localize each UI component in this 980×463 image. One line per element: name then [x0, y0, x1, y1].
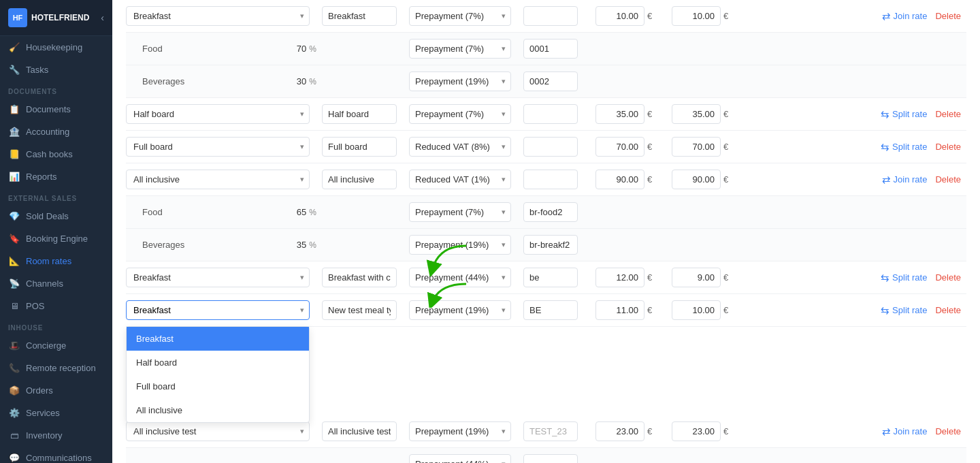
name-input[interactable] [322, 268, 397, 287]
vat-select[interactable]: Prepayment (19%) [409, 235, 511, 255]
vat-select[interactable]: Prepayment (7%) [409, 202, 511, 222]
delete-button[interactable]: Delete [935, 142, 961, 152]
price2-input[interactable] [672, 104, 721, 124]
vat-select[interactable]: Prepayment (44%) [409, 268, 511, 287]
sub-label: Food [142, 207, 163, 217]
vat-select[interactable]: Prepayment (7%) [409, 39, 511, 59]
dropdown-item-halfboard[interactable]: Half board [127, 351, 309, 374]
vat-select[interactable]: Prepayment (19%) [409, 300, 511, 320]
sidebar-item-communications[interactable]: 💬Communications [0, 447, 112, 463]
split-rate-button[interactable]: ⇆ Split rate [881, 141, 927, 153]
code-input[interactable] [523, 454, 578, 463]
code-input[interactable] [523, 170, 578, 189]
vat-select[interactable]: Prepayment (7%) [409, 104, 511, 124]
sidebar-item-concierge[interactable]: 🎩Concierge [0, 334, 112, 357]
sidebar-item-room-rates[interactable]: 📐Room rates [0, 250, 112, 272]
meal-type-select[interactable]: All inclusive testBreakfastHalf boardFul… [126, 421, 310, 441]
sidebar-item-remote-reception[interactable]: 📞Remote reception [0, 357, 112, 379]
sidebar-item-services[interactable]: ⚙️Services [0, 402, 112, 424]
meal-type-select[interactable]: BreakfastHalf boardFull boardAll inclusi… [126, 6, 310, 26]
meal-type-select[interactable]: Half boardBreakfastFull boardAll inclusi… [126, 104, 310, 124]
name-input[interactable] [322, 104, 397, 124]
sidebar-collapse-button[interactable]: ‹ [101, 12, 104, 23]
sub-meal-col: Food 70 % [126, 44, 316, 54]
vat-select[interactable]: Prepayment (19%) [409, 71, 511, 91]
meal-type-select[interactable]: BreakfastHalf boardFull boardAll inclusi… [126, 268, 310, 287]
delete-button[interactable]: Delete [935, 109, 961, 119]
code-input[interactable] [523, 300, 578, 320]
code-input[interactable] [523, 104, 578, 124]
price2-input[interactable] [672, 6, 721, 26]
sidebar-item-orders[interactable]: 📦Orders [0, 379, 112, 402]
vat-select-wrapper: Reduced VAT (1%) ▾ [409, 170, 511, 189]
code-input[interactable] [523, 202, 578, 222]
sidebar-item-housekeeping[interactable]: 🧹Housekeeping [0, 36, 112, 59]
price1-input[interactable] [595, 6, 644, 26]
delete-button[interactable]: Delete [935, 305, 961, 315]
sidebar-item-cash-books[interactable]: 📒Cash books [0, 143, 112, 165]
price2-input[interactable] [672, 170, 721, 189]
code-input[interactable] [523, 137, 578, 157]
split-rate-button[interactable]: ⇆ Split rate [881, 304, 927, 317]
delete-button[interactable]: Delete [935, 272, 961, 283]
code-input[interactable] [523, 421, 578, 441]
sidebar-item-booking-engine[interactable]: 🔖Booking Engine [0, 227, 112, 250]
delete-button[interactable]: Delete [935, 11, 961, 21]
dropdown-item-fullboard[interactable]: Full board [127, 374, 309, 398]
vat-select[interactable]: Prepayment (19%) [409, 421, 511, 441]
meal-type-select[interactable]: Full boardBreakfastHalf boardAll inclusi… [126, 137, 310, 157]
code-input[interactable] [523, 71, 578, 91]
split-rate-button[interactable]: ⇆ Split rate [881, 108, 927, 121]
price1-input[interactable] [595, 300, 644, 320]
join-rate-button[interactable]: ⇄ Join rate [882, 174, 928, 186]
name-input[interactable] [322, 300, 397, 320]
join-rate-button[interactable]: ⇄ Join rate [882, 10, 928, 22]
code-input[interactable] [523, 268, 578, 287]
price1-input[interactable] [595, 421, 644, 441]
code-input[interactable] [523, 235, 578, 255]
logo-text: HOTELFRIEND [31, 13, 89, 22]
code-col [523, 202, 585, 222]
sidebar-item-pos[interactable]: 🖥POS [0, 295, 112, 317]
sidebar-item-tasks[interactable]: 🔧Tasks [0, 59, 112, 81]
delete-button[interactable]: Delete [935, 174, 961, 185]
sidebar-item-documents[interactable]: 📋Documents [0, 98, 112, 121]
actions-col: ⇆ Split rate Delete [737, 108, 966, 121]
price1-input[interactable] [595, 268, 644, 287]
vat-select[interactable]: Reduced VAT (1%) [409, 170, 511, 189]
room-rates-icon: 📐 [8, 256, 20, 266]
dropdown-item-breakfast[interactable]: Breakfast [127, 327, 309, 351]
join-rate-button[interactable]: ⇄ Join rate [882, 426, 928, 438]
delete-button[interactable]: Delete [935, 426, 961, 436]
price1-input[interactable] [595, 170, 644, 189]
sidebar-item-inventory[interactable]: 🗃Inventory [0, 424, 112, 447]
price1-input[interactable] [595, 137, 644, 157]
sidebar-item-reports[interactable]: 📊Reports [0, 165, 112, 188]
sidebar-item-channels[interactable]: 📡Channels [0, 272, 112, 295]
vat-select-wrapper: Prepayment (7%) ▾ [409, 6, 511, 26]
name-input[interactable] [322, 421, 397, 441]
price1-input[interactable] [595, 104, 644, 124]
split-rate-button[interactable]: ⇆ Split rate [881, 272, 927, 284]
code-input[interactable] [523, 39, 578, 59]
name-col [322, 268, 404, 287]
meal-type-display[interactable]: Breakfast [126, 300, 310, 320]
vat-col: Prepayment (7%) ▾ [409, 39, 518, 59]
code-input[interactable] [523, 6, 578, 26]
sub-label: Beverages [142, 76, 184, 86]
dropdown-item-allinclusive[interactable]: All inclusive [127, 398, 309, 422]
vat-select[interactable]: Prepayment (44%) [409, 454, 511, 463]
sidebar-item-sold-deals[interactable]: 💎Sold Deals [0, 205, 112, 227]
meal-type-select[interactable]: All inclusiveBreakfastHalf boardFull boa… [126, 170, 310, 189]
vat-select[interactable]: Reduced VAT (8%) [409, 137, 511, 157]
name-input[interactable] [322, 170, 397, 189]
price2-input[interactable] [672, 300, 721, 320]
sidebar-item-accounting[interactable]: 🏦Accounting [0, 121, 112, 143]
price2-input[interactable] [672, 268, 721, 287]
price2-input[interactable] [672, 421, 721, 441]
vat-select[interactable]: Prepayment (7%) [409, 6, 511, 26]
name-input[interactable] [322, 137, 397, 157]
vat-select-wrapper: Reduced VAT (8%) ▾ [409, 137, 511, 157]
price2-input[interactable] [672, 137, 721, 157]
name-input[interactable] [322, 6, 397, 26]
